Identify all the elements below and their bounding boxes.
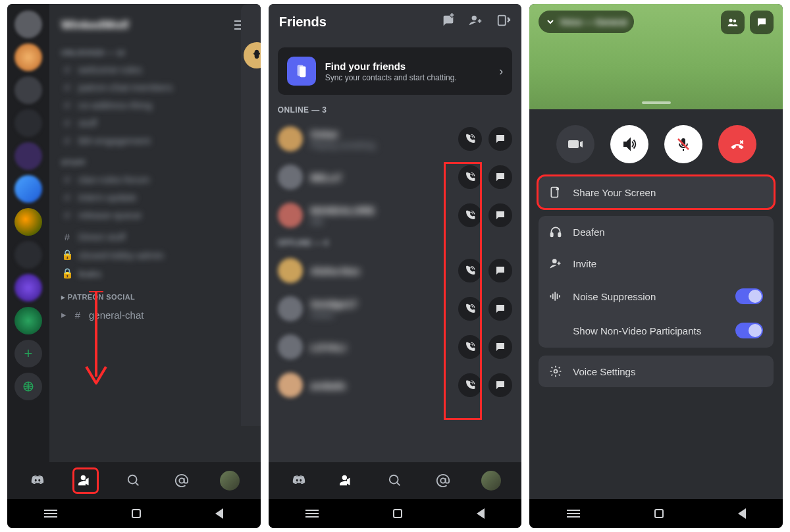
message-button[interactable] (488, 127, 512, 151)
nav-profile-avatar[interactable] (219, 469, 241, 492)
deafen-button[interactable]: Deafen (539, 216, 774, 248)
find-friends-card[interactable]: Find your friends Sync your contacts and… (278, 47, 513, 95)
invite-icon (549, 257, 562, 270)
header-actions (441, 13, 511, 30)
server-icon[interactable] (14, 109, 42, 137)
toggle-on[interactable] (735, 288, 763, 304)
channel-item[interactable]: #clan-rules-forum (57, 171, 253, 188)
channel-item-locked[interactable]: #Direct stuff (57, 228, 253, 246)
camera-button[interactable] (556, 125, 594, 163)
server-icon[interactable] (14, 208, 42, 236)
back-icon[interactable] (477, 508, 485, 519)
add-friend-icon[interactable] (469, 13, 483, 30)
channel-item[interactable]: #patron-chat-members (57, 78, 253, 96)
hangup-button[interactable] (718, 125, 756, 163)
chat-peek[interactable] (241, 4, 261, 426)
channel-item-locked[interactable]: 🔒closed-lobby-admin (57, 246, 253, 264)
nonvideo-toggle[interactable]: Show Non-Video Participants (539, 313, 774, 348)
chat-icon[interactable] (750, 11, 774, 34)
channel-item[interactable]: #co-address-thing (57, 96, 253, 114)
server-icon[interactable] (14, 76, 42, 104)
friend-row[interactable]: Aloha-Nox (278, 252, 513, 290)
friend-row[interactable]: Smidge17Online (278, 290, 513, 328)
message-button[interactable] (488, 373, 512, 397)
call-button[interactable] (458, 297, 482, 321)
channel-item[interactable]: #intern-update (57, 188, 253, 206)
back-icon[interactable] (738, 508, 746, 519)
nav-friends-icon[interactable] (336, 469, 358, 492)
new-message-icon[interactable] (441, 13, 456, 30)
sheet-drag-handle[interactable] (642, 101, 671, 104)
home-icon[interactable] (393, 509, 402, 518)
nav-discord-icon[interactable] (26, 469, 49, 492)
friend-avatar (278, 258, 303, 283)
friend-row[interactable]: LOYALI (278, 328, 513, 366)
participants-icon[interactable] (721, 11, 745, 34)
back-icon[interactable] (215, 508, 223, 519)
server-header[interactable]: WinkedWolf (57, 11, 253, 40)
home-icon[interactable] (132, 509, 141, 518)
voice-settings-button[interactable]: Voice Settings (539, 356, 774, 387)
svg-point-3 (472, 16, 477, 20)
server-icon[interactable] (14, 307, 42, 334)
message-button[interactable] (488, 297, 512, 321)
channel-category[interactable]: UNLOCKED — 12 (61, 49, 253, 57)
message-button[interactable] (488, 259, 512, 282)
friend-avatar (278, 203, 303, 228)
message-button[interactable] (488, 335, 512, 359)
nav-search-icon[interactable] (122, 469, 145, 492)
home-icon[interactable] (654, 509, 664, 518)
server-icon[interactable] (14, 142, 42, 170)
recents-icon[interactable] (567, 513, 580, 514)
server-icon[interactable] (14, 274, 42, 302)
friend-row[interactable]: OskarPlaying something (278, 120, 513, 158)
friend-avatar (278, 373, 303, 398)
channel-category[interactable]: STUFF (61, 159, 253, 167)
noise-suppression-toggle[interactable]: Noise Suppression (539, 279, 774, 313)
channel-item[interactable]: #welcome-rules (57, 61, 253, 78)
bottom-nav (269, 462, 522, 499)
message-button[interactable] (488, 203, 512, 227)
nav-search-icon[interactable] (384, 469, 406, 492)
server-title: WinkedWolf (61, 18, 129, 32)
recents-icon[interactable] (305, 513, 319, 514)
nav-profile-avatar[interactable] (480, 469, 502, 492)
call-button[interactable] (458, 203, 482, 227)
call-button[interactable] (458, 259, 482, 282)
friend-row[interactable]: BELu7 (278, 158, 513, 196)
call-button[interactable] (458, 165, 482, 189)
add-server-button[interactable]: + (14, 340, 42, 367)
friend-row[interactable]: MANDALOREIdle (278, 196, 513, 234)
nav-friends-icon[interactable] (74, 469, 97, 492)
message-button[interactable] (488, 165, 512, 189)
nav-mentions-icon[interactable] (171, 469, 193, 492)
channel-item[interactable]: #stuff (57, 114, 253, 132)
invite-button[interactable]: Invite (539, 248, 774, 279)
bottom-nav (7, 462, 261, 499)
minimize-pill[interactable]: Voice — General (539, 11, 633, 33)
channel-item[interactable]: #tbh-engagement (57, 132, 253, 149)
friend-actions (458, 203, 512, 227)
server-icon[interactable] (14, 43, 42, 71)
nav-mentions-icon[interactable] (432, 469, 454, 492)
server-icon[interactable] (14, 241, 42, 269)
dm-home-icon[interactable] (14, 11, 42, 38)
discover-servers-button[interactable] (14, 373, 42, 400)
mute-button[interactable] (664, 125, 702, 163)
channel-item[interactable]: #release-queue (57, 206, 253, 224)
share-screen-button[interactable]: Share Your Screen (539, 176, 774, 208)
call-button[interactable] (458, 127, 482, 151)
nav-discord-icon[interactable] (288, 469, 310, 492)
server-icon[interactable] (14, 175, 42, 203)
new-dm-icon[interactable] (496, 13, 511, 30)
recents-icon[interactable] (44, 513, 57, 514)
call-button[interactable] (458, 373, 482, 397)
channel-item-locked[interactable]: 🔒leaks (57, 264, 253, 282)
svg-point-2 (180, 478, 184, 483)
toggle-on[interactable] (735, 323, 763, 338)
channel-item[interactable]: ▸#general-chat (57, 306, 253, 324)
speaker-button[interactable] (610, 125, 648, 163)
call-button[interactable] (458, 335, 482, 359)
channel-category[interactable]: ▸ PATREON SOCIAL (61, 293, 253, 302)
friend-row[interactable]: andado (278, 366, 513, 404)
